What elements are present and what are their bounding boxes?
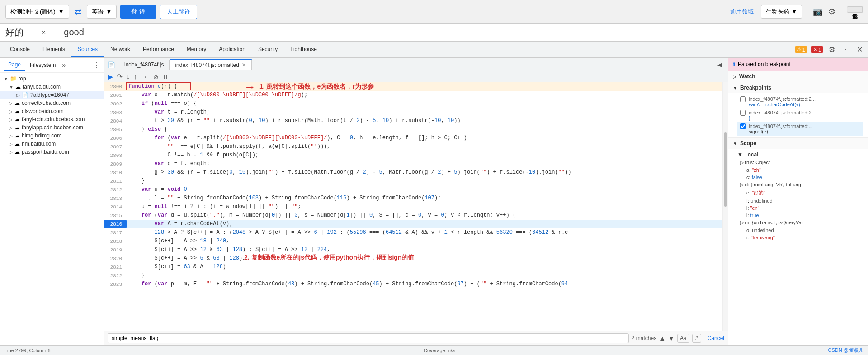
tree-item-passport[interactable]: ▷ ☁ passport.baidu.com — [0, 148, 104, 156]
close-translation-button[interactable]: × — [42, 28, 46, 37]
bp-file-1: index_f48074f.js:formatted:2... — [749, 96, 816, 102]
step-over-button[interactable]: ↷ — [117, 72, 123, 81]
dont-pause-exception-button[interactable]: ⏸ — [162, 73, 169, 80]
detect-language-dropdown[interactable]: 检测到中文(简体) ▼ — [5, 5, 69, 19]
nav-back-button[interactable]: ◀ — [716, 60, 724, 69]
resume-button[interactable]: ▶ — [108, 72, 113, 81]
scope-expand-this[interactable]: ▷ — [740, 160, 744, 165]
devtools-close-icon[interactable]: ✕ — [855, 44, 864, 55]
detect-language-label: 检测到中文(简体) — [10, 8, 56, 16]
search-prev-button[interactable]: ▲ — [659, 335, 665, 342]
expand-arrow-top: ▼ — [4, 76, 8, 81]
close-tab-icon[interactable]: ✕ — [242, 62, 246, 68]
translate-bar: 检测到中文(简体) ▼ ⇄ 英语 ▼ 翻 译 人工翻译 通用领域 生物医药 ▼ … — [0, 0, 868, 24]
breakpoint-checkbox-2[interactable] — [740, 110, 746, 116]
tree-item-himg[interactable]: ▷ ☁ himg.bdimg.com — [0, 132, 104, 140]
tab-security[interactable]: Security — [252, 43, 284, 57]
code-line-2803: 2803 var t = r.length; — [104, 108, 722, 117]
biomedical-label: 生物医药 — [766, 8, 789, 16]
cloud-icon-fanyiapp: ☁ — [14, 124, 20, 131]
tree-label-passport: passport.baidu.com — [22, 149, 69, 155]
code-line-2816: 2816 var A = r.charCodeAt(v); — [104, 220, 722, 228]
tab-network[interactable]: Network — [104, 43, 137, 57]
cloud-icon-correcttxt: ☁ — [14, 100, 20, 106]
tab-performance[interactable]: Performance — [137, 43, 180, 57]
devtools-settings-icon[interactable]: ⚙ — [827, 44, 837, 55]
search-next-button[interactable]: ▼ — [668, 335, 675, 342]
code-content[interactable]: 2800 function e(r) { 2801 var o = r.matc… — [104, 82, 722, 331]
tab-console[interactable]: Console — [4, 43, 36, 57]
manual-translate-button[interactable]: 人工翻译 — [160, 5, 197, 19]
tab-application[interactable]: Application — [212, 43, 252, 57]
sidebar-tab-filesystem[interactable]: Filesystem — [25, 60, 60, 70]
biomedical-dropdown[interactable]: 生物医药 ▼ — [761, 5, 802, 19]
tree-item-fanyiapp[interactable]: ▷ ☁ fanyiapp.cdn.bcebos.com — [0, 123, 104, 132]
tab-elements[interactable]: Elements — [36, 43, 71, 57]
tree-item-top[interactable]: ▼ 📁 top — [0, 75, 104, 83]
domain-label[interactable]: 通用领域 — [730, 8, 754, 16]
regex-button[interactable]: .* — [692, 334, 701, 343]
tree-item-fanyi[interactable]: ▼ ☁ fanyi.baidu.com — [0, 83, 104, 91]
breakpoints-section: ▼ Breakpoints index_f48074f.js:formatted… — [728, 82, 868, 138]
tab-sources[interactable]: Sources — [71, 43, 104, 57]
breakpoints-expand-arrow: ▼ — [733, 85, 737, 90]
translate-toolbar-icons: 📷 ⚙ — [813, 7, 835, 17]
tab-memory[interactable]: Memory — [180, 43, 212, 57]
scope-item-o: o: undefined — [740, 227, 861, 234]
detect-dropdown-icon: ▼ — [58, 8, 64, 15]
scope-item-l: l: true — [740, 212, 861, 219]
scrollbar-thumb[interactable] — [724, 132, 727, 207]
tree-label-top: top — [19, 76, 26, 82]
feedback-button[interactable]: 意见反馈 — [847, 6, 863, 13]
expand-arrow-hm: ▷ — [9, 142, 13, 147]
step-out-button[interactable]: ↑ — [133, 73, 137, 81]
step-into-button[interactable]: ↓ — [126, 73, 130, 81]
code-scrollbar[interactable] — [722, 82, 728, 331]
tree-item-hm[interactable]: ▷ ☁ hm.baidu.com — [0, 140, 104, 148]
breakpoints-label: Breakpoints — [740, 85, 771, 91]
target-language-dropdown[interactable]: 英语 ▼ — [87, 5, 117, 19]
expand-arrow-fanyiapp: ▷ — [9, 125, 13, 130]
code-line-2820: 2820 S[c++] = A >> 6 & 63 | 128), — [104, 254, 722, 263]
breakpoints-section-header[interactable]: ▼ Breakpoints — [728, 82, 868, 93]
tree-item-fanyi-cdn[interactable]: ▷ ☁ fanyi-cdn.cdn.bcebos.com — [0, 115, 104, 123]
tree-item-dlswbr[interactable]: ▷ ☁ dlswbr.baidu.com — [0, 107, 104, 115]
search-bar: 2 matches ▲ ▼ Aa .* Cancel — [104, 331, 728, 345]
expand-arrow-fanyi: ▼ — [9, 85, 14, 90]
code-line-2819: 2819 S[c++] = A >> 12 & 63 | 128) : S[c+… — [104, 246, 722, 254]
breakpoint-checkbox-3[interactable] — [740, 123, 746, 129]
sidebar-more-button[interactable]: » — [60, 61, 67, 70]
code-tab-original[interactable]: index_f48074f.js — [119, 60, 170, 70]
breakpoint-checkbox-1[interactable] — [740, 96, 746, 102]
biomedical-dropdown-icon: ▼ — [791, 8, 797, 15]
settings-icon[interactable]: ⚙ — [828, 7, 835, 17]
scope-section: ▼ Scope ▼ Local ▷this: Object a: "zh" — [728, 138, 868, 243]
search-cancel-button[interactable]: Cancel — [708, 335, 724, 341]
cloud-icon-hm: ☁ — [14, 141, 20, 147]
sidebar-tab-page[interactable]: Page — [4, 60, 25, 71]
breakpoint-item-2: index_f48074f.js:formatted:2... } — [737, 109, 863, 122]
search-input[interactable] — [108, 333, 629, 343]
watch-section-header[interactable]: ▷ Watch — [728, 71, 868, 82]
code-tab-formatted[interactable]: index_f48074f.js:formatted ✕ — [170, 59, 251, 70]
case-sensitive-button[interactable]: Aa — [677, 334, 689, 343]
sidebar-actions-button[interactable]: ⋮ — [93, 61, 100, 70]
deactivate-breakpoints-button[interactable]: ⊘ — [153, 73, 159, 80]
devtools-more-icon[interactable]: ⋮ — [840, 44, 851, 55]
code-line-2817: 2817 128 > A ? S[c++] = A : (2048 > A ? … — [104, 228, 722, 237]
step-button[interactable]: → — [141, 73, 148, 81]
tree-item-aldtype[interactable]: ▷ 📄 ?aldtype=16047 — [0, 91, 104, 99]
watch-expand-arrow: ▷ — [733, 74, 736, 79]
devtools-tab-bar: Console Elements Sources Network Perform… — [0, 42, 868, 58]
camera-icon[interactable]: 📷 — [813, 7, 823, 17]
swap-languages-button[interactable]: ⇄ — [73, 5, 83, 19]
scope-item-a: a: "zh" — [740, 166, 861, 174]
scope-expand-d[interactable]: ▷ — [740, 182, 744, 187]
scope-expand-m[interactable]: ▷ — [740, 220, 744, 225]
scope-section-header[interactable]: ▼ Scope — [728, 138, 868, 149]
tree-item-correcttxt[interactable]: ▷ ☁ correcttxt.baidu.com — [0, 99, 104, 107]
right-panel-content: ▷ Watch ▼ Breakpoints — [728, 71, 868, 345]
tab-lighthouse[interactable]: Lighthouse — [284, 43, 323, 57]
translate-button[interactable]: 翻 译 — [120, 5, 156, 19]
error-badge: ✕ 1 — [811, 46, 823, 53]
